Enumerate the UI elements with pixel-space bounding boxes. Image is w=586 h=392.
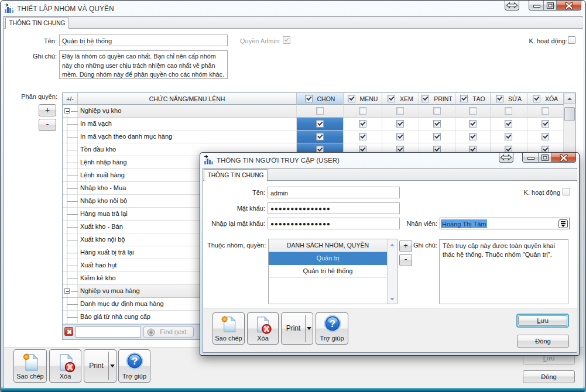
svg-text:?: ? — [330, 318, 335, 329]
svg-text:?: ? — [132, 356, 138, 367]
